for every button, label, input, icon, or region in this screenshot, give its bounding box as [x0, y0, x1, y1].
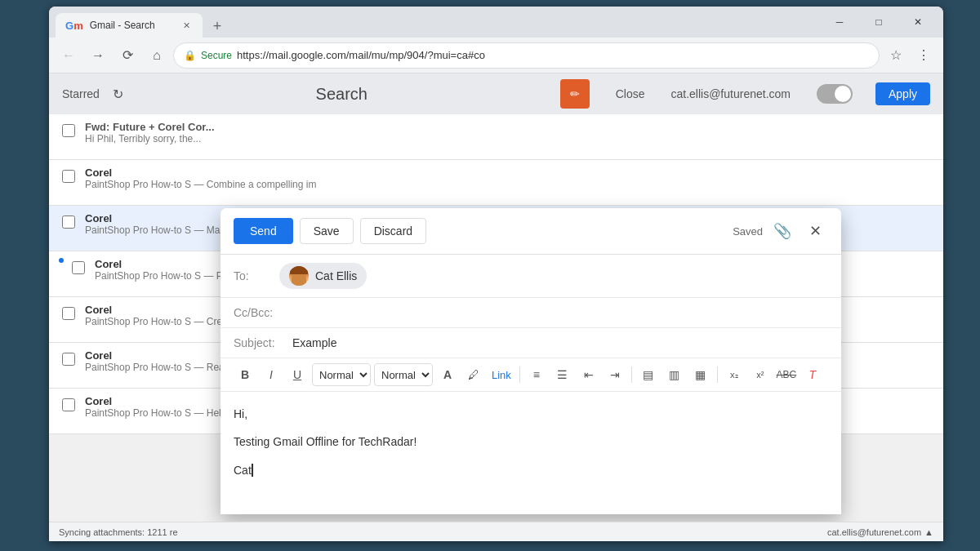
subject-value[interactable]: Example: [292, 336, 828, 349]
list-item[interactable]: Fwd: Future + Corel Cor... Hi Phil, Terr…: [49, 114, 943, 160]
send-button[interactable]: Send: [234, 218, 293, 244]
close-compose-button[interactable]: ✕: [802, 218, 828, 244]
close-button[interactable]: ✕: [899, 9, 937, 35]
active-tab[interactable]: Gm Gmail - Search ✕: [56, 13, 203, 38]
to-label: To:: [234, 269, 273, 282]
pencil-icon: ✏: [570, 87, 580, 100]
bold-button[interactable]: B: [234, 363, 256, 386]
remove-format-button[interactable]: T: [801, 363, 824, 386]
nav-bar: ← → ⟳ ⌂ 🔒 Secure https://mail.google.com…: [49, 38, 943, 73]
bookmark-button[interactable]: ☆: [883, 42, 909, 69]
address-bar[interactable]: 🔒 Secure https://mail.google.com/mail/mu…: [173, 42, 880, 69]
separator-3: [717, 367, 718, 383]
subject-label: Subject:: [234, 336, 286, 349]
paperclip-icon: 📎: [773, 222, 791, 240]
font-size-select-1[interactable]: Normal: [312, 363, 371, 386]
formatting-toolbar: B I U Normal Normal A 🖊 Link ≡ ☰ ⇤: [220, 358, 841, 392]
secure-label: Secure: [201, 50, 232, 61]
home-button[interactable]: ⌂: [144, 42, 170, 69]
ordered-list-button[interactable]: ≡: [525, 363, 548, 386]
cc-label: Cc/Bcc:: [234, 306, 273, 319]
close-label[interactable]: Close: [616, 87, 645, 100]
separator-2: [631, 367, 632, 383]
status-email-area: cat.ellis@futurenet.com ▲: [827, 527, 933, 537]
email-checkbox[interactable]: [62, 170, 75, 183]
tab-close-button[interactable]: ✕: [180, 19, 193, 32]
align-center-button[interactable]: ▥: [663, 363, 686, 386]
reload-button[interactable]: ⟳: [114, 42, 140, 69]
lock-icon: 🔒: [184, 50, 196, 61]
forward-button[interactable]: →: [85, 42, 111, 69]
apply-button[interactable]: Apply: [875, 82, 930, 105]
tab-favicon: Gm: [65, 20, 83, 32]
to-field: To: Cat Ellis: [220, 255, 841, 298]
body-spacer: [234, 423, 828, 433]
align-left-button[interactable]: ▤: [637, 363, 660, 386]
status-text: Syncing attachments: 1211 re: [59, 527, 178, 537]
close-icon: ✕: [809, 222, 822, 240]
compose-header: Send Save Discard Saved 📎 ✕: [220, 208, 841, 255]
status-bar: Syncing attachments: 1211 re cat.ellis@f…: [49, 522, 943, 541]
body-spacer-2: [234, 451, 828, 461]
avatar: [289, 266, 309, 286]
url-text[interactable]: https://mail.google.com/mail/mu/mp/904/?…: [237, 49, 869, 61]
recipient-name: Cat Ellis: [315, 269, 357, 282]
highlight-button[interactable]: 🖊: [462, 363, 485, 386]
nav-actions: ☆ ⋮: [883, 42, 937, 69]
search-title: Search: [136, 85, 547, 104]
attach-button[interactable]: 📎: [769, 218, 795, 244]
email-checkbox[interactable]: [72, 261, 85, 274]
location-dot: [59, 258, 64, 263]
refresh-icon[interactable]: ↻: [113, 87, 123, 102]
recipient-chip[interactable]: Cat Ellis: [279, 263, 367, 289]
increase-indent-button[interactable]: ⇥: [604, 363, 626, 386]
body-line-1: Hi,: [234, 405, 828, 423]
menu-button[interactable]: ⋮: [911, 42, 937, 69]
email-checkbox[interactable]: [62, 353, 75, 366]
link-button[interactable]: Link: [488, 369, 514, 381]
text-cursor: [252, 464, 253, 477]
italic-button[interactable]: I: [260, 363, 283, 386]
superscript-button[interactable]: x²: [749, 363, 772, 386]
minimize-button[interactable]: ─: [821, 9, 858, 35]
cc-field[interactable]: Cc/Bcc:: [220, 298, 841, 328]
starred-label[interactable]: Starred: [62, 87, 100, 100]
unordered-list-button[interactable]: ☰: [551, 363, 574, 386]
search-icon-button[interactable]: ✏: [560, 79, 590, 109]
list-item[interactable]: Corel PaintShop Pro How-to S — Combine a…: [49, 160, 943, 206]
save-button[interactable]: Save: [300, 218, 354, 244]
browser-window: Gm Gmail - Search ✕ + ─ □ ✕ ← → ⟳ ⌂ 🔒 Se…: [49, 7, 943, 541]
new-tab-button[interactable]: +: [206, 15, 229, 38]
gmail-toolbar: Starred ↻ Search ✏ Close cat.ellis@futur…: [49, 73, 943, 114]
email-checkbox[interactable]: [62, 216, 75, 229]
decrease-indent-button[interactable]: ⇤: [577, 363, 600, 386]
subject-field: Subject: Example: [220, 328, 841, 358]
font-size-select-2[interactable]: Normal: [374, 363, 433, 386]
toggle-switch[interactable]: [817, 84, 853, 104]
underline-button[interactable]: U: [286, 363, 309, 386]
compose-body[interactable]: Hi, Testing Gmail Offline for TechRadar!…: [220, 392, 841, 514]
status-email-text: cat.ellis@futurenet.com: [827, 527, 921, 537]
chevron-up-icon: ▲: [924, 527, 933, 537]
email-checkbox[interactable]: [62, 398, 75, 411]
body-line-2: Testing Gmail Offline for TechRadar!: [234, 433, 828, 451]
email-checkbox[interactable]: [62, 124, 75, 137]
back-button[interactable]: ←: [56, 42, 82, 69]
compose-window: Send Save Discard Saved 📎 ✕ To:: [220, 208, 841, 514]
saved-indicator: Saved: [733, 225, 763, 238]
discard-button[interactable]: Discard: [360, 218, 426, 244]
align-right-button[interactable]: ▦: [689, 363, 712, 386]
tab-title: Gmail - Search: [90, 20, 155, 31]
gmail-content: Starred ↻ Search ✏ Close cat.ellis@futur…: [49, 73, 943, 541]
maximize-button[interactable]: □: [860, 9, 898, 35]
title-bar: Gm Gmail - Search ✕ + ─ □ ✕: [49, 7, 943, 38]
font-color-button[interactable]: A: [436, 363, 459, 386]
strikethrough-button[interactable]: ABC: [775, 363, 798, 386]
email-list-area: Fwd: Future + Corel Cor... Hi Phil, Terr…: [49, 114, 943, 522]
body-line-3: Cat: [234, 461, 828, 479]
user-email: cat.ellis@futurenet.com: [670, 87, 791, 100]
separator-1: [519, 367, 520, 383]
subscript-button[interactable]: x₂: [723, 363, 746, 386]
tab-bar: Gm Gmail - Search ✕ +: [56, 7, 821, 38]
email-checkbox[interactable]: [62, 307, 75, 320]
